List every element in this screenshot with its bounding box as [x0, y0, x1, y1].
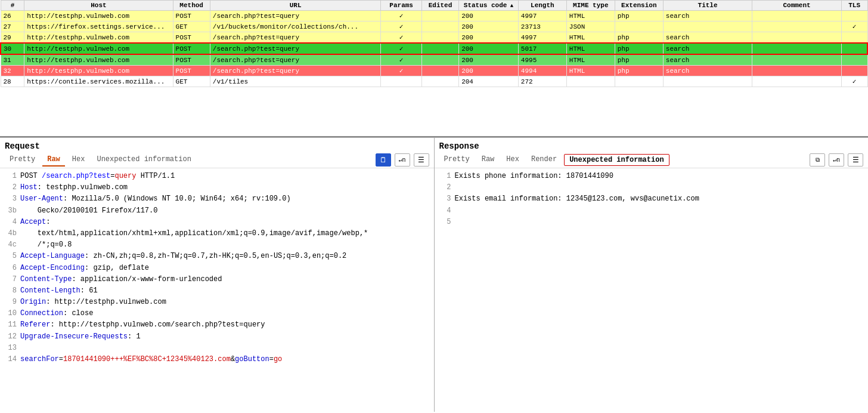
cell-length: 23713	[518, 21, 566, 32]
request-line: 4Accept:	[5, 217, 429, 228]
request-tab-pretty[interactable]: Pretty	[5, 153, 40, 167]
cell-params: ✓	[381, 11, 422, 21]
cell-params: ✓	[381, 21, 422, 32]
request-line: 3User-Agent: Mozilla/5.0 (Windows NT 10.…	[5, 193, 429, 205]
cell-edited	[421, 32, 458, 44]
table-row[interactable]: 29http://testphp.vulnweb.comPOST/search.…	[1, 32, 867, 44]
table-row[interactable]: 28https://contile.services.mozilla...GET…	[1, 76, 867, 87]
cell-edited	[421, 21, 458, 32]
cell-tls: ✓	[841, 21, 867, 32]
col-header-params[interactable]: Params	[381, 1, 422, 11]
col-header-comment[interactable]: Comment	[752, 1, 842, 11]
cell-length: 5017	[518, 43, 566, 54]
col-header-url[interactable]: URL	[210, 1, 381, 11]
http-history-table-container[interactable]: # Host Method URL Params Edited Status c…	[0, 0, 868, 137]
table-row[interactable]: 31http://testphp.vulnweb.comPOST/search.…	[1, 54, 867, 66]
col-header-length[interactable]: Length	[518, 1, 566, 11]
cell-ext	[615, 76, 663, 87]
request-tab-raw[interactable]: Raw	[42, 153, 65, 167]
request-menu-icon[interactable]: ☰	[414, 153, 429, 167]
response-pane: Response Pretty Raw Hex Render Unexpecte…	[435, 138, 869, 412]
request-line: 11Referer: http://testphp.vulnweb.com/se…	[5, 319, 429, 331]
col-header-status[interactable]: Status code	[459, 1, 519, 11]
request-line: 5Accept-Language: zh-CN,zh;q=0.8,zh-TW;q…	[5, 251, 429, 262]
response-copy-icon[interactable]: ⧉	[810, 153, 825, 167]
cell-params: ✓	[381, 43, 422, 54]
cell-mime: HTML	[566, 11, 615, 21]
request-tabs-bar: Pretty Raw Hex Unexpected information 🗒 …	[0, 152, 434, 168]
cell-method: GET	[173, 76, 210, 87]
col-header-tls[interactable]: TLS	[841, 1, 867, 11]
table-row[interactable]: 30http://testphp.vulnweb.comPOST/search.…	[1, 43, 867, 54]
request-wrap-icon[interactable]: ↵n	[395, 153, 410, 167]
request-tab-unexpected[interactable]: Unexpected information	[92, 153, 196, 167]
cell-title: search	[663, 66, 752, 76]
cell-params: ✓	[381, 32, 422, 44]
cell-tls	[841, 66, 867, 76]
response-tab-hex[interactable]: Hex	[501, 153, 524, 167]
cell-ext: php	[615, 66, 663, 76]
cell-length: 4997	[518, 32, 566, 44]
cell-id: 26	[1, 11, 24, 21]
cell-url: /v1/buckets/monitor/collections/ch...	[210, 21, 381, 32]
table-row[interactable]: 32http://testphp.vulnweb.comPOST/search.…	[1, 66, 867, 76]
cell-comment	[752, 66, 842, 76]
cell-tls	[841, 32, 867, 44]
cell-edited	[421, 66, 458, 76]
response-tab-pretty[interactable]: Pretty	[439, 153, 475, 167]
col-header-method[interactable]: Method	[173, 1, 210, 11]
cell-mime: JSON	[566, 21, 615, 32]
table-row[interactable]: 26http://testphp.vulnweb.comPOST/search.…	[1, 11, 867, 21]
response-tab-raw[interactable]: Raw	[477, 153, 500, 167]
col-header-host[interactable]: Host	[24, 1, 173, 11]
cell-ext: php	[615, 54, 663, 66]
response-content: 1Exists phone information: 1870144109023…	[435, 168, 869, 412]
response-wrap-icon[interactable]: ↵n	[829, 153, 844, 167]
request-line: 7Content-Type: application/x-www-form-ur…	[5, 274, 429, 285]
request-line: 4b text/html,application/xhtml+xml,appli…	[5, 228, 429, 239]
col-header-ext[interactable]: Extension	[615, 1, 663, 11]
cell-comment	[752, 21, 842, 32]
request-line: 9Origin: http://testphp.vulnweb.com	[5, 297, 429, 308]
cell-title: search	[663, 11, 752, 21]
request-line: 3b Gecko/20100101 Firefox/117.0	[5, 205, 429, 217]
cell-url: /search.php?test=query	[210, 11, 381, 21]
cell-title: search	[663, 43, 752, 54]
cell-id: 28	[1, 76, 24, 87]
response-menu-icon[interactable]: ☰	[848, 153, 863, 167]
table-row[interactable]: 27https://firefox.settings.service...GET…	[1, 21, 867, 32]
request-line: 8Content-Length: 61	[5, 285, 429, 297]
cell-mime	[566, 76, 615, 87]
cell-title: search	[663, 32, 752, 44]
request-doc-icon[interactable]: 🗒	[376, 153, 391, 167]
cell-ext: php	[615, 11, 663, 21]
cell-host: http://testphp.vulnweb.com	[24, 54, 173, 66]
cell-mime: HTML	[566, 32, 615, 44]
bottom-panels: Request Pretty Raw Hex Unexpected inform…	[0, 137, 868, 412]
response-line: 5	[439, 217, 864, 228]
request-line: 13	[5, 343, 429, 354]
cell-host: http://testphp.vulnweb.com	[24, 66, 173, 76]
col-header-num[interactable]: #	[1, 1, 24, 11]
cell-url: /search.php?test=query	[210, 43, 381, 54]
cell-url: /search.php?test=query	[210, 66, 381, 76]
cell-ext: php	[615, 32, 663, 44]
cell-host: https://firefox.settings.service...	[24, 21, 173, 32]
cell-method: POST	[173, 32, 210, 44]
response-tab-unexpected[interactable]: Unexpected information	[564, 154, 669, 166]
cell-id: 27	[1, 21, 24, 32]
request-tab-hex[interactable]: Hex	[67, 153, 90, 167]
response-tab-render[interactable]: Render	[526, 153, 562, 167]
response-line: 2	[439, 182, 864, 193]
cell-title: search	[663, 54, 752, 66]
col-header-title[interactable]: Title	[663, 1, 752, 11]
cell-status: 200	[459, 43, 519, 54]
col-header-edited[interactable]: Edited	[421, 1, 458, 11]
table-body: 26http://testphp.vulnweb.comPOST/search.…	[1, 11, 867, 87]
request-line: 10Connection: close	[5, 308, 429, 319]
cell-status: 200	[459, 21, 519, 32]
cell-ext	[615, 21, 663, 32]
request-pane: Request Pretty Raw Hex Unexpected inform…	[0, 138, 435, 412]
col-header-mime[interactable]: MIME type	[566, 1, 615, 11]
request-panel-title: Request	[0, 138, 434, 152]
